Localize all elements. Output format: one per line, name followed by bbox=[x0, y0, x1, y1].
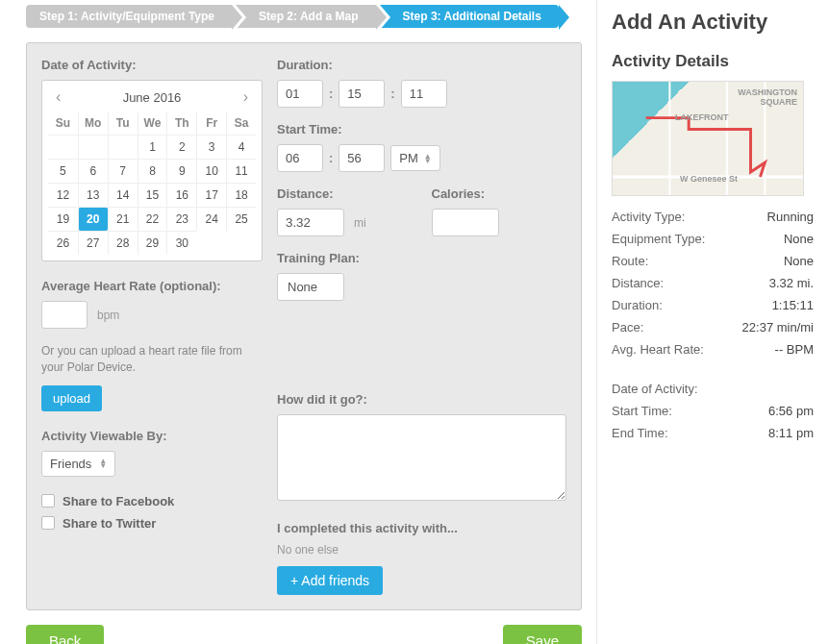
heart-rate-input[interactable] bbox=[41, 301, 88, 329]
calendar-day[interactable]: 27 bbox=[78, 231, 108, 255]
calendar-empty-cell bbox=[108, 135, 138, 159]
start-time-label: Start Time: bbox=[277, 122, 566, 136]
map-label-lakefront: LAKEFRONT bbox=[675, 112, 729, 122]
calories-input[interactable] bbox=[432, 209, 499, 236]
detail-key: Route: bbox=[612, 254, 648, 268]
stepper-icon bbox=[424, 154, 432, 163]
step-1[interactable]: Step 1: Activity/Equipment Type bbox=[26, 5, 232, 28]
calendar-day[interactable]: 23 bbox=[166, 207, 196, 231]
calendar-day[interactable]: 6 bbox=[78, 159, 108, 183]
back-button[interactable]: Back bbox=[26, 625, 104, 644]
ampm-value: PM bbox=[399, 151, 418, 165]
detail-key: Start Time: bbox=[612, 404, 672, 418]
detail-row: Activity Type:Running bbox=[612, 206, 814, 228]
calendar-next-icon[interactable]: › bbox=[238, 88, 254, 106]
calendar-day[interactable]: 9 bbox=[166, 159, 196, 183]
calendar: ‹ June 2016 › SuMoTuWeThFrSa123456789101… bbox=[41, 80, 263, 261]
calendar-day[interactable]: 7 bbox=[108, 159, 138, 183]
calendar-day[interactable]: 14 bbox=[108, 183, 138, 207]
bpm-unit: bpm bbox=[97, 309, 119, 322]
calendar-day[interactable]: 18 bbox=[226, 183, 256, 207]
heart-rate-hint: Or you can upload a heart rate file from… bbox=[41, 343, 263, 376]
companions-none: No one else bbox=[277, 543, 566, 557]
detail-key: Activity Type: bbox=[612, 210, 685, 224]
calendar-month-title: June 2016 bbox=[123, 90, 182, 105]
calendar-day[interactable]: 17 bbox=[196, 183, 226, 207]
calendar-day[interactable]: 12 bbox=[48, 183, 78, 207]
duration-label: Duration: bbox=[277, 58, 566, 72]
detail-row: Route:None bbox=[612, 250, 814, 272]
calendar-day[interactable]: 24 bbox=[196, 207, 226, 231]
upload-button[interactable]: upload bbox=[41, 385, 102, 411]
detail-row: Equipment Type:None bbox=[612, 228, 814, 250]
calendar-day[interactable]: 29 bbox=[138, 231, 167, 255]
calendar-dow: Th bbox=[166, 111, 196, 135]
save-button[interactable]: Save bbox=[503, 625, 582, 644]
add-friends-button[interactable]: + Add friends bbox=[277, 566, 383, 595]
route-map-thumbnail: LAKEFRONT WASHINGTON SQUARE W Genesee St bbox=[612, 81, 804, 196]
map-label-washington: WASHINGTON SQUARE bbox=[730, 87, 797, 107]
detail-key: Duration: bbox=[612, 298, 663, 312]
duration-minutes-input[interactable] bbox=[339, 80, 385, 108]
detail-key: Date of Activity: bbox=[612, 382, 698, 396]
start-minute-input[interactable] bbox=[339, 144, 385, 172]
calendar-day[interactable]: 13 bbox=[78, 183, 108, 207]
detail-value: None bbox=[784, 254, 814, 268]
notes-label: How did it go?: bbox=[277, 392, 566, 407]
calendar-day[interactable]: 25 bbox=[226, 207, 256, 231]
calendar-day[interactable]: 16 bbox=[166, 183, 196, 207]
calendar-prev-icon[interactable]: ‹ bbox=[50, 88, 66, 106]
detail-key: Equipment Type: bbox=[612, 232, 705, 246]
notes-textarea[interactable] bbox=[277, 414, 566, 501]
calendar-day[interactable]: 30 bbox=[166, 231, 196, 255]
detail-row: Duration:1:15:11 bbox=[612, 294, 814, 316]
calendar-day[interactable]: 8 bbox=[138, 159, 167, 183]
twitter-label: Share to Twitter bbox=[63, 516, 156, 531]
calendar-day[interactable]: 22 bbox=[138, 207, 167, 231]
step-2[interactable]: Step 2: Add a Map bbox=[236, 5, 376, 28]
facebook-checkbox[interactable] bbox=[41, 494, 55, 508]
step-3[interactable]: Step 3: Additional Details bbox=[380, 5, 559, 28]
detail-value: 1:15:11 bbox=[772, 298, 814, 312]
date-label: Date of Activity: bbox=[41, 58, 263, 72]
calendar-day[interactable]: 26 bbox=[48, 231, 78, 255]
duration-seconds-input[interactable] bbox=[401, 80, 447, 108]
calendar-day[interactable]: 11 bbox=[226, 159, 256, 183]
training-plan-label: Training Plan: bbox=[277, 251, 566, 265]
heart-rate-label: Average Heart Rate (optional): bbox=[41, 279, 263, 293]
calendar-day[interactable]: 21 bbox=[108, 207, 138, 231]
ampm-select[interactable]: PM bbox=[390, 145, 440, 171]
duration-hours-input[interactable] bbox=[277, 80, 323, 108]
calendar-day[interactable]: 19 bbox=[48, 207, 78, 231]
start-hour-input[interactable] bbox=[277, 144, 323, 172]
activity-details-heading: Activity Details bbox=[612, 52, 814, 71]
training-plan-select[interactable]: None bbox=[277, 273, 344, 301]
detail-key: End Time: bbox=[612, 426, 668, 440]
form-container: Date of Activity: ‹ June 2016 › SuMoTuWe… bbox=[26, 42, 582, 610]
twitter-checkbox[interactable] bbox=[41, 516, 55, 530]
facebook-label: Share to Facebook bbox=[63, 494, 174, 508]
detail-value: 6:56 pm bbox=[768, 404, 814, 418]
distance-label: Distance: bbox=[277, 186, 413, 201]
calendar-day[interactable]: 2 bbox=[166, 135, 196, 159]
detail-row: Avg. Heart Rate:-- BPM bbox=[612, 338, 814, 360]
calendar-day[interactable]: 20 bbox=[78, 207, 108, 231]
detail-row: Start Time:6:56 pm bbox=[612, 400, 814, 422]
calendar-day[interactable]: 28 bbox=[108, 231, 138, 255]
calendar-dow: Su bbox=[48, 111, 78, 135]
page-title: Add An Activity bbox=[612, 10, 814, 35]
calories-label: Calories: bbox=[432, 186, 567, 201]
calendar-day[interactable]: 10 bbox=[196, 159, 226, 183]
calendar-day[interactable]: 4 bbox=[226, 135, 256, 159]
calendar-day[interactable]: 3 bbox=[196, 135, 226, 159]
distance-input[interactable] bbox=[277, 209, 344, 236]
companions-label: I completed this activity with... bbox=[277, 521, 566, 535]
distance-unit: mi bbox=[354, 216, 366, 230]
calendar-dow: Fr bbox=[196, 111, 226, 135]
calendar-day[interactable]: 1 bbox=[138, 135, 167, 159]
detail-value: 8:11 pm bbox=[768, 426, 814, 440]
calendar-day[interactable]: 15 bbox=[138, 183, 167, 207]
visibility-select[interactable]: Friends bbox=[41, 451, 115, 477]
detail-row: Distance:3.32 mi. bbox=[612, 272, 814, 294]
calendar-day[interactable]: 5 bbox=[48, 159, 78, 183]
